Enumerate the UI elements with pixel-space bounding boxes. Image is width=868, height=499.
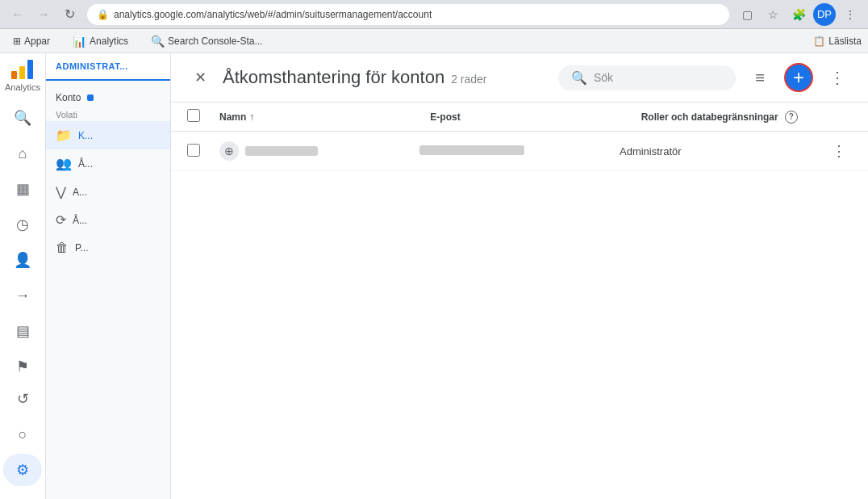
nav-buttons: ← → ↻ [6,3,81,26]
account-indicator [87,94,94,101]
sidebar-app-name: Analytics [5,82,40,92]
profile-button[interactable]: DP [813,3,836,26]
sort-asc-icon: ↑ [249,111,254,123]
sidebar-item-behavior[interactable]: ▤ [3,315,42,347]
bulb-icon: ○ [19,426,27,443]
account-label: Konto [46,87,170,108]
sidebar-item-search[interactable]: 🔍 [3,102,42,134]
admin-item-filter[interactable]: ⋁ A... [46,178,170,206]
bookmark-apps-label: Appar [24,36,50,47]
sidebar-item-admin[interactable]: ⚙ [3,454,42,486]
arrow-right-icon: → [15,287,30,304]
browser-actions: ▢ ☆ 🧩 DP ⋮ [736,3,862,26]
extensions-puzzle-button[interactable]: 🧩 [787,3,810,26]
help-icon[interactable]: ? [785,111,798,124]
select-all-checkbox[interactable] [187,109,200,122]
name-header-label: Namn [219,111,246,123]
close-icon: ✕ [194,69,207,86]
bookmark-search-console[interactable]: 🔍 Search Console-Sta... [144,33,269,49]
forward-button[interactable]: → [32,3,55,26]
bookmark-analytics-label: Analytics [90,36,128,47]
bookmarks-bar: ⊞ Appar 📊 Analytics 🔍 Search Console-Sta… [0,29,868,53]
reading-list-button[interactable]: 📋 Läslista [813,36,862,47]
layers-icon: ▦ [16,180,30,198]
browser-chrome: ← → ↻ 🔒 analytics.google.com/analytics/w… [0,0,868,29]
sidebar-item-reports[interactable]: ▦ [3,173,42,205]
admin-panel: ADMINISTRAT... Konto Volati 📁 K... 👥 Å..… [46,53,171,499]
extensions-button[interactable]: ▢ [736,3,758,26]
row-checkbox-container[interactable] [187,144,219,159]
sidebar-item-expand[interactable]: › [3,489,42,499]
sidebar-item-refresh[interactable]: ↺ [3,383,42,415]
svg-rect-1 [19,66,25,79]
sidebar-item-home[interactable]: ⌂ [3,137,42,170]
admin-item-folder[interactable]: 📁 K... [46,121,170,149]
select-all-checkbox-container[interactable] [187,109,219,124]
column-header-roles: Roller och databegränsningar ? [641,111,852,124]
folder-icon: 📁 [56,128,72,143]
table-row: ⊕ Administratör ⋮ [171,132,868,171]
column-header-name[interactable]: Namn ↑ [219,111,430,123]
email-header-label: E-post [430,111,460,123]
menu-button[interactable]: ⋮ [839,3,862,26]
volatile-label: Volati [46,108,170,121]
sidebar-item-acquisition[interactable]: → [3,279,42,312]
analytics-bookmark-icon: 📊 [73,35,86,48]
row-checkbox[interactable] [187,144,200,157]
admin-item-trash[interactable]: 🗑 P... [46,234,170,262]
table-area: Namn ↑ E-post Roller och databegränsning… [171,103,868,499]
users-label: Å... [78,158,93,170]
sidebar-item-conversions[interactable]: ⚑ [3,350,42,383]
roles-header-label: Roller och databegränsningar [641,111,778,123]
flag-icon: ⚑ [16,358,29,375]
sidebar-item-discover[interactable]: ○ [3,418,42,451]
trash-icon: 🗑 [56,241,69,255]
bar-chart-icon: ▤ [16,322,30,340]
admin-item-users[interactable]: 👥 Å... [46,149,170,178]
search-box[interactable]: 🔍 [558,65,736,90]
analytics-logo[interactable] [6,60,39,79]
home-icon: ⌂ [19,145,27,162]
add-button[interactable]: + [784,63,813,92]
role-label: Administratör [620,145,682,157]
admin-item-history[interactable]: ⟳ Å... [46,206,170,234]
address-bar[interactable]: 🔒 analytics.google.com/analytics/web/#/a… [87,4,729,25]
back-button[interactable]: ← [6,3,29,26]
bookmark-search-console-label: Search Console-Sta... [168,36,262,47]
more-options-button[interactable]: ⋮ [823,63,852,92]
sidebar-item-realtime[interactable]: ◷ [3,208,42,241]
apps-grid-icon: ⊞ [13,36,21,47]
user-email-blurred [419,145,524,155]
user-name-blurred [245,146,318,156]
row-more-button[interactable]: ⋮ [826,138,852,164]
add-icon: + [793,68,804,87]
admin-tab-label: ADMINISTRAT... [56,61,128,71]
sidebar-nav: 🔍 ⌂ ▦ ◷ 👤 → ▤ ⚑ [0,102,45,383]
trash-label: P... [75,242,88,254]
bookmark-button[interactable]: ☆ [762,3,784,26]
more-icon: ⋮ [829,68,845,87]
search-input[interactable] [594,71,723,84]
gear-icon: ⚙ [16,461,29,479]
sidebar-item-audience[interactable]: 👤 [3,244,42,276]
user-avatar: ⊕ [219,141,239,161]
admin-tab[interactable]: ADMINISTRAT... [46,53,170,81]
bookmark-apps[interactable]: ⊞ Appar [6,34,56,48]
row-actions[interactable]: ⋮ [820,138,852,164]
row-count: 2 rader [451,73,486,86]
search-icon-input: 🔍 [571,70,587,86]
svg-rect-0 [11,71,17,79]
search-console-icon: 🔍 [151,35,165,48]
close-button[interactable]: ✕ [187,65,213,90]
filter-label: A... [73,187,87,198]
person-icon: 👤 [14,251,31,269]
url-text: analytics.google.com/analytics/web/#/adm… [114,9,432,20]
filter-icon: ≡ [755,69,765,87]
lock-icon: 🔒 [97,9,109,20]
refresh-browser-button[interactable]: ↻ [58,3,81,26]
svg-rect-2 [27,60,33,79]
bookmark-analytics[interactable]: 📊 Analytics [66,33,135,49]
sidebar-bottom: ↺ ○ ⚙ › [3,383,42,499]
filter-button[interactable]: ≡ [745,63,774,92]
history-icon: ⟳ [56,212,66,228]
